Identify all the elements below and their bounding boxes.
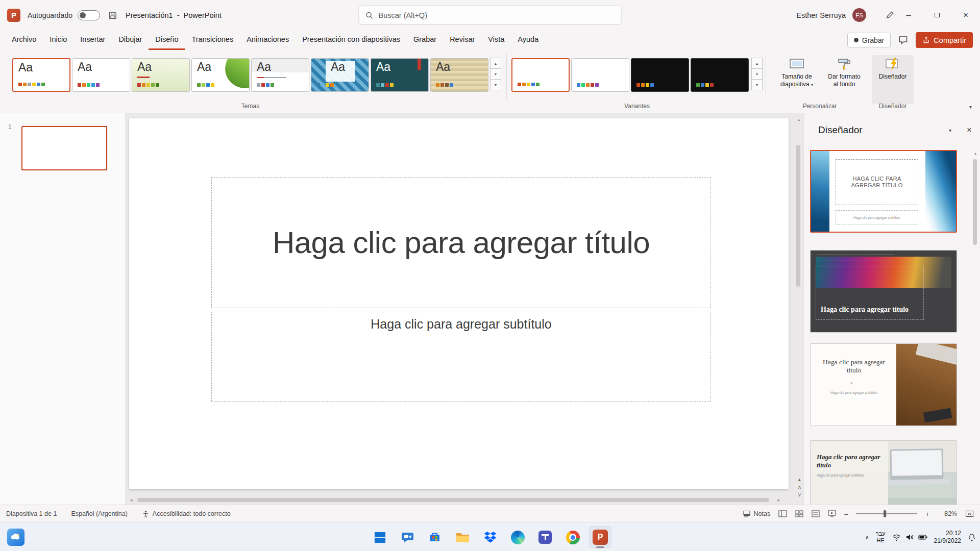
record-button[interactable]: Grabar [847, 33, 891, 47]
title-placeholder[interactable]: Haga clic para agregar título [211, 177, 711, 308]
slide-thumbnail-1[interactable] [21, 126, 107, 170]
theme-thumbnail-8[interactable]: Aa [430, 58, 488, 92]
tab-diseno[interactable]: Diseño [149, 30, 185, 50]
slide-size-button[interactable]: Tamaño de diapositiva ▾ [773, 55, 820, 104]
network-volume-battery[interactable] [892, 534, 927, 541]
tab-archivo[interactable]: Archivo [5, 30, 43, 50]
slide-thumbnails-pane: 1 [0, 113, 125, 505]
titlebar: P Autoguardado Presentación1 - PowerPoin… [0, 0, 980, 30]
variant-thumbnail-1[interactable] [511, 58, 570, 92]
design-suggestion-3[interactable]: Haga clic para agregar título ▾ Haga cli… [810, 343, 957, 426]
tab-vista[interactable]: Vista [481, 30, 511, 50]
powerpoint-app-icon[interactable]: P [7, 9, 20, 22]
clock[interactable]: 20:12 21/9/2022 [934, 530, 961, 545]
scroll-left-icon[interactable]: ◂ [130, 497, 133, 503]
subtitle-placeholder[interactable]: Haga clic para agregar subtítulo [211, 312, 711, 402]
pen-icon[interactable] [886, 11, 894, 19]
slideshow-view-button[interactable] [828, 510, 836, 517]
theme-thumbnail-5[interactable]: Aa [251, 58, 309, 92]
search-bar[interactable] [359, 6, 622, 24]
design-suggestion-4[interactable]: Haga clic para agregar título Haga clic … [810, 440, 957, 505]
language-status[interactable]: Español (Argentina) [71, 510, 127, 517]
tab-insertar[interactable]: Insertar [74, 30, 112, 50]
tab-presentacion[interactable]: Presentación con diapositivas [296, 30, 407, 50]
variants-scroll-down[interactable]: ▾ [751, 68, 763, 80]
start-button[interactable] [369, 526, 391, 548]
tab-dibujar[interactable]: Dibujar [112, 30, 149, 50]
designer-button[interactable]: Diseñador [872, 55, 914, 104]
fit-slide-button[interactable] [965, 510, 974, 517]
store-icon[interactable] [424, 526, 446, 548]
widgets-icon[interactable] [7, 529, 24, 546]
user-name[interactable]: Esther Serruya [796, 11, 846, 19]
tab-ayuda[interactable]: Ayuda [511, 30, 545, 50]
next-slide-button[interactable]: ∨ [798, 492, 801, 497]
save-icon[interactable] [108, 11, 117, 20]
scroll-up-icon[interactable]: ▴ [974, 151, 976, 156]
zoom-slider-knob[interactable] [884, 510, 886, 517]
format-background-button[interactable]: Dar formato al fondo [821, 55, 868, 104]
theme-thumbnail-1[interactable]: Aa [12, 58, 70, 92]
autosave-toggle[interactable] [78, 10, 100, 20]
themes-gallery-more[interactable]: ▾ [490, 79, 501, 90]
variants-scroll-up[interactable]: ▴ [751, 58, 763, 69]
variant-thumbnail-3[interactable] [631, 58, 689, 92]
design-suggestion-2[interactable]: Haga clic para agregar título [810, 250, 957, 333]
chrome-icon[interactable] [561, 526, 584, 548]
tab-transiciones[interactable]: Transiciones [185, 30, 240, 50]
close-button[interactable]: × [951, 0, 980, 30]
teams-icon[interactable] [534, 526, 556, 548]
designer-icon [885, 58, 900, 71]
keyboard-language[interactable]: עבר HE [876, 531, 886, 544]
avatar[interactable]: ES [852, 8, 866, 22]
theme-thumbnail-4[interactable]: Aa [191, 58, 250, 92]
minimize-button[interactable]: – [894, 0, 923, 30]
collapse-ribbon-icon[interactable]: ▾ [969, 104, 972, 110]
slide-size-icon [789, 58, 804, 71]
theme-thumbnail-2[interactable]: Aa [72, 58, 130, 92]
theme-thumbnail-7[interactable]: Aa [371, 58, 429, 92]
variant-thumbnail-2[interactable] [571, 58, 629, 92]
accessibility-status[interactable]: Accesibilidad: todo correcto [142, 510, 231, 518]
reading-view-button[interactable] [812, 510, 820, 517]
theme-thumbnail-6[interactable]: Aa [311, 58, 369, 92]
design-suggestion-1[interactable]: HAGA CLIC PARA AGREGAR TÍTULO Haga clic … [810, 150, 957, 233]
zoom-out-button[interactable]: – [844, 510, 848, 518]
file-explorer-icon[interactable] [451, 526, 474, 548]
close-pane-icon[interactable]: × [967, 125, 972, 135]
dropbox-icon[interactable] [479, 526, 501, 548]
horizontal-scrollbar[interactable] [137, 498, 769, 502]
tab-revisar[interactable]: Revisar [443, 30, 481, 50]
variants-gallery-more[interactable]: ▾ [751, 79, 763, 90]
chat-icon[interactable] [396, 526, 419, 548]
notifications-icon[interactable] [968, 533, 976, 541]
designer-scrollbar[interactable] [973, 159, 977, 245]
search-input[interactable] [379, 11, 615, 19]
chevron-down-icon: ▾ [850, 381, 853, 386]
zoom-level[interactable]: 82% [938, 510, 957, 517]
zoom-slider[interactable] [856, 513, 917, 514]
previous-slide-button[interactable]: ∧ [798, 485, 801, 490]
vertical-scrollbar[interactable] [796, 145, 800, 287]
normal-view-button[interactable] [778, 510, 787, 517]
tab-grabar[interactable]: Grabar [407, 30, 443, 50]
slide-sorter-view-button[interactable] [795, 510, 803, 517]
scroll-up-arrow[interactable]: ▴ [798, 477, 801, 482]
scroll-up-icon[interactable]: ▴ [798, 117, 800, 122]
comments-icon[interactable] [898, 35, 908, 45]
notes-button[interactable]: Notas [743, 510, 771, 517]
themes-scroll-up[interactable]: ▴ [490, 58, 501, 69]
share-button[interactable]: Compartir [916, 32, 973, 48]
restore-button[interactable] [923, 0, 951, 30]
tab-inicio[interactable]: Inicio [43, 30, 74, 50]
zoom-in-button[interactable]: + [925, 510, 929, 518]
tab-animaciones[interactable]: Animaciones [240, 30, 296, 50]
edge-icon[interactable] [506, 526, 529, 548]
scroll-right-icon[interactable]: ▸ [777, 497, 780, 503]
tray-expand-icon[interactable]: ∧ [865, 534, 869, 541]
theme-thumbnail-3[interactable]: Aa [132, 58, 190, 92]
chevron-down-icon[interactable]: ▾ [949, 128, 951, 133]
themes-scroll-down[interactable]: ▾ [490, 68, 501, 80]
powerpoint-taskbar-icon[interactable]: P [589, 526, 611, 548]
variant-thumbnail-4[interactable] [691, 58, 749, 92]
